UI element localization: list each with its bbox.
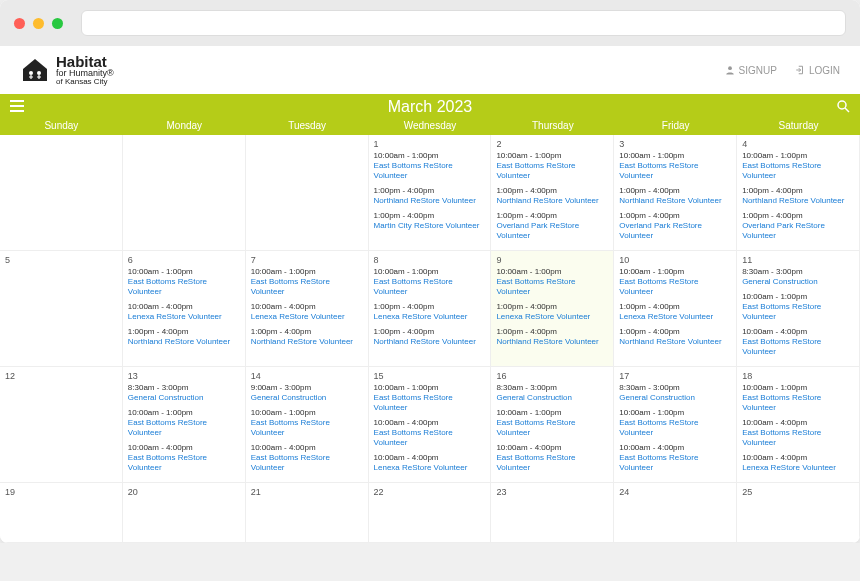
calendar-cell[interactable]: 19 bbox=[0, 483, 123, 543]
event-title[interactable]: East Bottoms ReStore Volunteer bbox=[128, 277, 240, 297]
event-title[interactable]: East Bottoms ReStore Volunteer bbox=[251, 453, 363, 473]
event-title[interactable]: East Bottoms ReStore Volunteer bbox=[251, 418, 363, 438]
calendar-event[interactable]: 1:00pm - 4:00pmOverland Park ReStore Vol… bbox=[496, 211, 608, 241]
calendar-cell[interactable]: 310:00am - 1:00pmEast Bottoms ReStore Vo… bbox=[614, 135, 737, 251]
event-title[interactable]: East Bottoms ReStore Volunteer bbox=[374, 277, 486, 297]
calendar-event[interactable]: 10:00am - 1:00pmEast Bottoms ReStore Vol… bbox=[619, 408, 731, 438]
calendar-event[interactable]: 10:00am - 1:00pmEast Bottoms ReStore Vol… bbox=[742, 292, 854, 322]
calendar-event[interactable]: 10:00am - 4:00pmEast Bottoms ReStore Vol… bbox=[742, 418, 854, 448]
event-title[interactable]: East Bottoms ReStore Volunteer bbox=[742, 161, 854, 181]
calendar-event[interactable]: 10:00am - 4:00pmLenexa ReStore Volunteer bbox=[128, 302, 240, 322]
event-title[interactable]: East Bottoms ReStore Volunteer bbox=[374, 161, 486, 181]
event-title[interactable]: East Bottoms ReStore Volunteer bbox=[742, 393, 854, 413]
signup-link[interactable]: SIGNUP bbox=[725, 65, 777, 76]
event-title[interactable]: East Bottoms ReStore Volunteer bbox=[742, 428, 854, 448]
calendar-event[interactable]: 1:00pm - 4:00pmNorthland ReStore Volunte… bbox=[742, 186, 854, 206]
calendar-cell[interactable]: 149:00am - 3:00pmGeneral Construction10:… bbox=[246, 367, 369, 483]
calendar-event[interactable]: 10:00am - 1:00pmEast Bottoms ReStore Vol… bbox=[251, 408, 363, 438]
event-title[interactable]: Northland ReStore Volunteer bbox=[374, 196, 486, 206]
calendar-cell[interactable]: 178:30am - 3:00pmGeneral Construction10:… bbox=[614, 367, 737, 483]
event-title[interactable]: Northland ReStore Volunteer bbox=[742, 196, 854, 206]
event-title[interactable]: Overland Park ReStore Volunteer bbox=[496, 221, 608, 241]
event-title[interactable]: General Construction bbox=[619, 393, 731, 403]
event-title[interactable]: East Bottoms ReStore Volunteer bbox=[128, 418, 240, 438]
event-title[interactable]: Overland Park ReStore Volunteer bbox=[619, 221, 731, 241]
event-title[interactable]: Lenexa ReStore Volunteer bbox=[496, 312, 608, 322]
event-title[interactable]: East Bottoms ReStore Volunteer bbox=[619, 277, 731, 297]
event-title[interactable]: East Bottoms ReStore Volunteer bbox=[496, 418, 608, 438]
event-title[interactable]: Northland ReStore Volunteer bbox=[619, 337, 731, 347]
event-title[interactable]: Lenexa ReStore Volunteer bbox=[374, 312, 486, 322]
calendar-event[interactable]: 10:00am - 1:00pmEast Bottoms ReStore Vol… bbox=[742, 151, 854, 181]
login-link[interactable]: LOGIN bbox=[795, 65, 840, 76]
event-title[interactable]: East Bottoms ReStore Volunteer bbox=[128, 453, 240, 473]
calendar-event[interactable]: 10:00am - 1:00pmEast Bottoms ReStore Vol… bbox=[742, 383, 854, 413]
event-title[interactable]: East Bottoms ReStore Volunteer bbox=[374, 393, 486, 413]
window-max-dot[interactable] bbox=[52, 18, 63, 29]
calendar-event[interactable]: 10:00am - 4:00pmEast Bottoms ReStore Vol… bbox=[742, 327, 854, 357]
calendar-cell[interactable]: 1510:00am - 1:00pmEast Bottoms ReStore V… bbox=[369, 367, 492, 483]
event-title[interactable]: General Construction bbox=[128, 393, 240, 403]
calendar-event[interactable]: 1:00pm - 4:00pmNorthland ReStore Volunte… bbox=[374, 327, 486, 347]
event-title[interactable]: Northland ReStore Volunteer bbox=[496, 196, 608, 206]
logo[interactable]: Habitat for Humanity® of Kansas City bbox=[20, 54, 114, 86]
calendar-event[interactable]: 1:00pm - 4:00pmOverland Park ReStore Vol… bbox=[742, 211, 854, 241]
event-title[interactable]: East Bottoms ReStore Volunteer bbox=[496, 453, 608, 473]
event-title[interactable]: General Construction bbox=[251, 393, 363, 403]
calendar-event[interactable]: 1:00pm - 4:00pmNorthland ReStore Volunte… bbox=[619, 327, 731, 347]
event-title[interactable]: Lenexa ReStore Volunteer bbox=[374, 463, 486, 473]
event-title[interactable]: Lenexa ReStore Volunteer bbox=[128, 312, 240, 322]
event-title[interactable]: East Bottoms ReStore Volunteer bbox=[496, 277, 608, 297]
event-title[interactable]: Lenexa ReStore Volunteer bbox=[742, 463, 854, 473]
calendar-event[interactable]: 10:00am - 4:00pmEast Bottoms ReStore Vol… bbox=[374, 418, 486, 448]
event-title[interactable]: East Bottoms ReStore Volunteer bbox=[619, 418, 731, 438]
calendar-cell[interactable]: 410:00am - 1:00pmEast Bottoms ReStore Vo… bbox=[737, 135, 860, 251]
event-title[interactable]: Martin City ReStore Volunteer bbox=[374, 221, 486, 231]
calendar-event[interactable]: 10:00am - 1:00pmEast Bottoms ReStore Vol… bbox=[496, 408, 608, 438]
event-title[interactable]: East Bottoms ReStore Volunteer bbox=[742, 337, 854, 357]
calendar-event[interactable]: 1:00pm - 4:00pmOverland Park ReStore Vol… bbox=[619, 211, 731, 241]
window-min-dot[interactable] bbox=[33, 18, 44, 29]
event-title[interactable]: Lenexa ReStore Volunteer bbox=[619, 312, 731, 322]
calendar-event[interactable]: 10:00am - 4:00pmEast Bottoms ReStore Vol… bbox=[251, 443, 363, 473]
calendar-event[interactable]: 8:30am - 3:00pmGeneral Construction bbox=[128, 383, 240, 403]
calendar-event[interactable]: 10:00am - 1:00pmEast Bottoms ReStore Vol… bbox=[496, 151, 608, 181]
calendar-event[interactable]: 10:00am - 4:00pmEast Bottoms ReStore Vol… bbox=[619, 443, 731, 473]
calendar-cell[interactable] bbox=[246, 135, 369, 251]
calendar-cell[interactable]: 25 bbox=[737, 483, 860, 543]
calendar-event[interactable]: 10:00am - 4:00pmEast Bottoms ReStore Vol… bbox=[496, 443, 608, 473]
calendar-event[interactable]: 10:00am - 1:00pmEast Bottoms ReStore Vol… bbox=[496, 267, 608, 297]
calendar-cell[interactable]: 610:00am - 1:00pmEast Bottoms ReStore Vo… bbox=[123, 251, 246, 367]
event-title[interactable]: Overland Park ReStore Volunteer bbox=[742, 221, 854, 241]
calendar-event[interactable]: 10:00am - 4:00pmEast Bottoms ReStore Vol… bbox=[128, 443, 240, 473]
event-title[interactable]: Northland ReStore Volunteer bbox=[374, 337, 486, 347]
calendar-event[interactable]: 1:00pm - 4:00pmNorthland ReStore Volunte… bbox=[496, 327, 608, 347]
calendar-event[interactable]: 1:00pm - 4:00pmLenexa ReStore Volunteer bbox=[374, 302, 486, 322]
calendar-event[interactable]: 1:00pm - 4:00pmNorthland ReStore Volunte… bbox=[128, 327, 240, 347]
calendar-event[interactable]: 1:00pm - 4:00pmNorthland ReStore Volunte… bbox=[496, 186, 608, 206]
calendar-event[interactable]: 1:00pm - 4:00pmLenexa ReStore Volunteer bbox=[496, 302, 608, 322]
event-title[interactable]: Northland ReStore Volunteer bbox=[496, 337, 608, 347]
event-title[interactable]: Lenexa ReStore Volunteer bbox=[251, 312, 363, 322]
calendar-cell[interactable]: 23 bbox=[491, 483, 614, 543]
calendar-event[interactable]: 10:00am - 1:00pmEast Bottoms ReStore Vol… bbox=[619, 267, 731, 297]
calendar-event[interactable]: 8:30am - 3:00pmGeneral Construction bbox=[496, 383, 608, 403]
calendar-event[interactable]: 10:00am - 4:00pmLenexa ReStore Volunteer bbox=[742, 453, 854, 473]
calendar-event[interactable]: 1:00pm - 4:00pmNorthland ReStore Volunte… bbox=[619, 186, 731, 206]
calendar-event[interactable]: 10:00am - 1:00pmEast Bottoms ReStore Vol… bbox=[128, 408, 240, 438]
calendar-event[interactable]: 10:00am - 4:00pmLenexa ReStore Volunteer bbox=[374, 453, 486, 473]
calendar-cell[interactable]: 210:00am - 1:00pmEast Bottoms ReStore Vo… bbox=[491, 135, 614, 251]
calendar-event[interactable]: 1:00pm - 4:00pmLenexa ReStore Volunteer bbox=[619, 302, 731, 322]
event-title[interactable]: General Construction bbox=[496, 393, 608, 403]
calendar-event[interactable]: 10:00am - 1:00pmEast Bottoms ReStore Vol… bbox=[374, 383, 486, 413]
url-bar[interactable] bbox=[81, 10, 846, 36]
event-title[interactable]: Northland ReStore Volunteer bbox=[619, 196, 731, 206]
search-icon[interactable] bbox=[836, 99, 850, 113]
calendar-cell[interactable]: 21 bbox=[246, 483, 369, 543]
calendar-event[interactable]: 9:00am - 3:00pmGeneral Construction bbox=[251, 383, 363, 403]
event-title[interactable]: East Bottoms ReStore Volunteer bbox=[496, 161, 608, 181]
calendar-cell[interactable]: 20 bbox=[123, 483, 246, 543]
calendar-cell[interactable] bbox=[123, 135, 246, 251]
calendar-cell[interactable]: 168:30am - 3:00pmGeneral Construction10:… bbox=[491, 367, 614, 483]
calendar-event[interactable]: 10:00am - 1:00pmEast Bottoms ReStore Vol… bbox=[251, 267, 363, 297]
